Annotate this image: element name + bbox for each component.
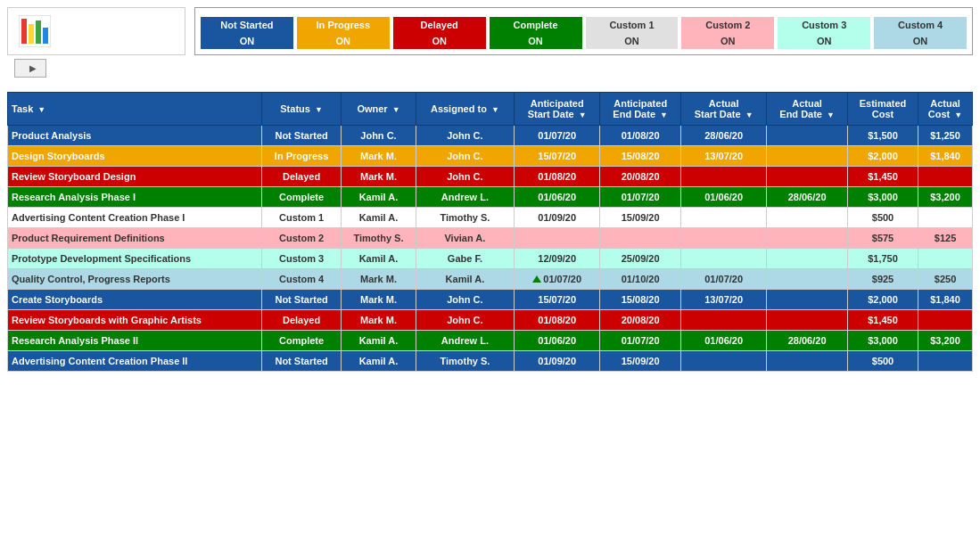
- filter-assigned[interactable]: ▼: [491, 105, 499, 114]
- table-row: Advertising Content Creation Phase ICust…: [8, 208, 973, 228]
- cell-ant_end: 01/07/20: [600, 187, 681, 208]
- col-header-anticipated-start-date: AnticipatedStart Date ▼: [515, 93, 600, 126]
- filter-owner[interactable]: ▼: [392, 105, 400, 114]
- cell-act_end: [767, 290, 848, 310]
- legend-toggle-in-progress[interactable]: ON: [297, 33, 390, 49]
- cell-act_end: [767, 208, 848, 228]
- legend-toggle-not-started[interactable]: ON: [201, 33, 293, 49]
- cell-task: Review Storyboard Design: [8, 167, 262, 187]
- legend-toggle-custom-1[interactable]: ON: [586, 33, 679, 49]
- cell-ant_start: 15/07/20: [515, 290, 600, 310]
- cell-status: Delayed: [261, 167, 341, 187]
- cell-act_end: [767, 228, 848, 249]
- cell-status: Not Started: [261, 351, 341, 372]
- cell-owner: Kamil A.: [342, 208, 416, 228]
- legend-toggle-custom-2[interactable]: ON: [681, 33, 774, 49]
- filter-ant-start[interactable]: ▼: [579, 111, 587, 119]
- legend-labels-row: Not StartedIn ProgressDelayedCompleteCus…: [201, 17, 967, 33]
- col-header-actual-end-date: ActualEnd Date ▼: [767, 93, 848, 126]
- filter-status[interactable]: ▼: [315, 105, 323, 114]
- cell-ant_end: 20/08/20: [600, 310, 681, 331]
- table-row: Research Analysis Phase IICompleteKamil …: [8, 331, 973, 351]
- svg-rect-4: [43, 28, 48, 44]
- cell-assigned: Andrew L.: [416, 187, 514, 208]
- cell-owner: Mark M.: [342, 167, 416, 187]
- cell-status: In Progress: [261, 146, 341, 167]
- cell-est_cost: $1,450: [847, 167, 918, 187]
- cell-act_start: 13/07/20: [681, 146, 767, 167]
- nav-marketing-plan-lists-button[interactable]: ▶: [14, 59, 46, 78]
- filter-ant-end[interactable]: ▼: [660, 111, 668, 119]
- cell-ant_start: [515, 228, 600, 249]
- col-header-estimated-cost: EstimatedCost: [847, 93, 918, 126]
- col-header-assigned-to: Assigned to ▼: [416, 93, 514, 126]
- filter-act-cost[interactable]: ▼: [954, 111, 962, 119]
- cell-act_cost: $1,840: [918, 290, 973, 310]
- cell-status: Complete: [261, 331, 341, 351]
- cell-ant_start: 01/08/20: [515, 167, 600, 187]
- main-table-area: Task ▼Status ▼Owner ▼Assigned to ▼Antici…: [0, 88, 980, 379]
- cell-owner: Timothy S.: [342, 228, 416, 249]
- filter-task[interactable]: ▼: [37, 105, 45, 114]
- cell-owner: Mark M.: [342, 290, 416, 310]
- cell-task: Prototype Development Specifications: [8, 249, 262, 269]
- legend-label-not-started: Not Started: [201, 17, 293, 33]
- cell-task: Design Storyboards: [8, 146, 262, 167]
- cell-status: Delayed: [261, 310, 341, 331]
- cell-ant_end: 15/09/20: [600, 351, 681, 372]
- table-row: Design StoryboardsIn ProgressMark M.John…: [8, 146, 973, 167]
- table-row: Product Requirement DefinitionsCustom 2T…: [8, 228, 973, 249]
- cell-assigned: John C.: [416, 310, 514, 331]
- cell-act_cost: [918, 249, 973, 269]
- nav-row: ▶: [7, 55, 185, 81]
- filter-act-end[interactable]: ▼: [827, 111, 835, 119]
- cell-assigned: Timothy S.: [416, 208, 514, 228]
- cell-act_cost: $3,200: [918, 187, 973, 208]
- legend-toggle-custom-4[interactable]: ON: [874, 33, 967, 49]
- cell-task: Research Analysis Phase I: [8, 187, 262, 208]
- table-row: Advertising Content Creation Phase IINot…: [8, 351, 973, 372]
- cell-act_end: [767, 310, 848, 331]
- cell-act_start: [681, 208, 767, 228]
- cell-owner: Mark M.: [342, 310, 416, 331]
- legend-label-custom-3: Custom 3: [778, 17, 870, 33]
- cell-act_cost: [918, 310, 973, 331]
- legend-toggle-custom-3[interactable]: ON: [778, 33, 870, 49]
- table-row: Prototype Development SpecificationsCust…: [8, 249, 973, 269]
- cell-ant_start: 01/07/20: [515, 126, 600, 146]
- cell-ant_end: 15/09/20: [600, 208, 681, 228]
- cell-ant_start: 01/06/20: [515, 187, 600, 208]
- cell-est_cost: $925: [847, 269, 918, 290]
- cell-ant_start: 01/07/20: [515, 269, 600, 290]
- cell-assigned: Andrew L.: [416, 331, 514, 351]
- legend-toggle-delayed[interactable]: ON: [393, 33, 486, 49]
- cell-est_cost: $1,450: [847, 310, 918, 331]
- cell-est_cost: $500: [847, 208, 918, 228]
- cell-status: Custom 2: [261, 228, 341, 249]
- cell-assigned: John C.: [416, 126, 514, 146]
- col-header-owner: Owner ▼: [342, 93, 416, 126]
- cell-act_cost: [918, 351, 973, 372]
- green-triangle-icon: [532, 275, 541, 283]
- cell-assigned: Vivian A.: [416, 228, 514, 249]
- cell-act_end: [767, 126, 848, 146]
- legend-label-delayed: Delayed: [393, 17, 486, 33]
- nav-arrow-icon: ▶: [29, 63, 37, 73]
- cell-assigned: John C.: [416, 167, 514, 187]
- legend-label-custom-2: Custom 2: [681, 17, 774, 33]
- cell-ant_start: 01/08/20: [515, 310, 600, 331]
- legend-toggle-complete[interactable]: ON: [490, 33, 582, 49]
- cell-act_start: [681, 167, 767, 187]
- cell-ant_end: 15/08/20: [600, 290, 681, 310]
- filter-act-start[interactable]: ▼: [745, 111, 754, 119]
- legend-label-custom-1: Custom 1: [586, 17, 679, 33]
- cell-ant_end: [600, 228, 681, 249]
- legend-label-in-progress: In Progress: [297, 17, 390, 33]
- cell-owner: Kamil A.: [342, 331, 416, 351]
- svg-rect-3: [36, 21, 41, 44]
- table-row: Review Storyboard DesignDelayedMark M.Jo…: [8, 167, 973, 187]
- col-header-anticipated-end-date: AnticipatedEnd Date ▼: [600, 93, 681, 126]
- svg-rect-2: [29, 24, 34, 44]
- cell-ant_end: 20/08/20: [600, 167, 681, 187]
- cell-act_start: 13/07/20: [681, 290, 767, 310]
